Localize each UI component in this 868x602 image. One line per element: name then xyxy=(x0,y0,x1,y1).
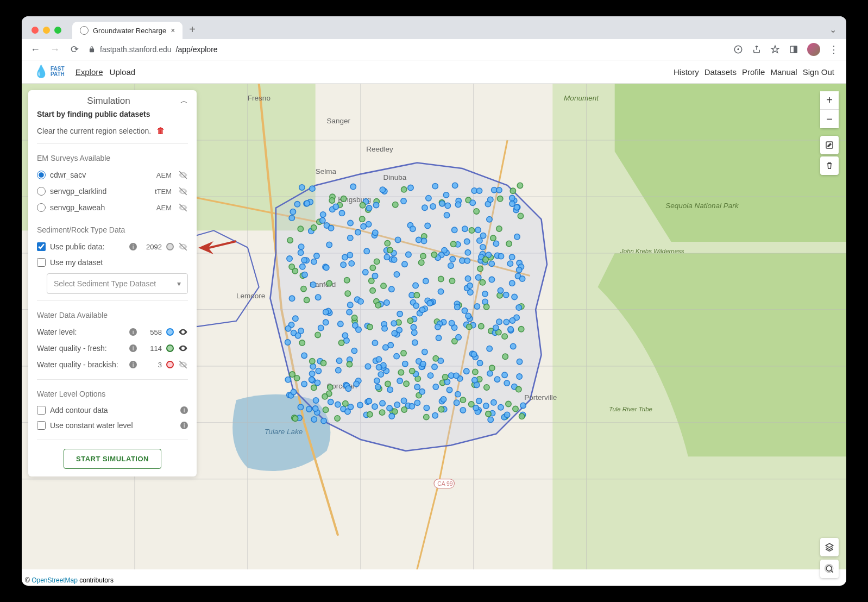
use-constant-label[interactable]: Use constant water level xyxy=(50,421,176,430)
profile-avatar[interactable] xyxy=(807,43,820,56)
add-contour-checkbox[interactable] xyxy=(37,406,46,415)
maximize-window-icon[interactable] xyxy=(54,27,61,34)
info-icon[interactable]: i xyxy=(180,406,188,414)
back-button[interactable]: ← xyxy=(29,44,41,55)
address-bar[interactable]: fastpath.stanford.edu/app/explore xyxy=(88,45,726,54)
svg-point-25 xyxy=(426,195,431,200)
survey-label[interactable]: senvgp_clarklind xyxy=(50,187,150,196)
use-my-row: Use my dataset xyxy=(37,255,188,270)
visibility-off-icon[interactable] xyxy=(178,186,188,196)
add-contour-label[interactable]: Add contour data xyxy=(50,406,176,415)
nav-datasets[interactable]: Datasets xyxy=(705,67,737,77)
reload-button[interactable]: ⟳ xyxy=(68,43,80,55)
survey-radio-senvgp-kaweah[interactable] xyxy=(37,203,46,212)
info-icon[interactable]: i xyxy=(129,243,137,250)
visibility-on-icon[interactable] xyxy=(178,343,188,353)
info-icon[interactable]: i xyxy=(129,361,137,368)
edit-region-button[interactable] xyxy=(820,136,839,154)
svg-point-336 xyxy=(333,204,338,209)
sediment-dataset-select[interactable]: Select Sediment Type Dataset ▾ xyxy=(47,273,188,294)
svg-point-175 xyxy=(394,353,399,359)
bookmark-icon[interactable] xyxy=(770,45,780,54)
tabs-chevron-icon[interactable]: ⌄ xyxy=(829,24,836,35)
svg-point-421 xyxy=(467,283,473,289)
svg-point-469 xyxy=(292,416,298,421)
delete-region-button[interactable] xyxy=(820,156,839,175)
svg-point-259 xyxy=(464,368,469,374)
nav-history[interactable]: History xyxy=(674,67,699,77)
svg-point-209 xyxy=(516,305,521,310)
water-title: Water Data Available xyxy=(37,311,188,319)
menu-icon[interactable]: ⋮ xyxy=(829,43,839,55)
survey-radio-cdwr-sacv[interactable] xyxy=(37,171,46,179)
svg-point-172 xyxy=(446,387,452,392)
svg-point-242 xyxy=(395,237,400,242)
info-icon[interactable]: i xyxy=(129,344,137,352)
new-tab-button[interactable]: + xyxy=(189,23,196,36)
svg-point-270 xyxy=(517,183,523,188)
osm-link[interactable]: OpenStreetMap xyxy=(32,576,78,584)
svg-point-379 xyxy=(383,344,388,350)
svg-point-193 xyxy=(328,225,334,231)
start-simulation-button[interactable]: START SIMULATION xyxy=(64,449,161,469)
collapse-panel-icon[interactable]: ︿ xyxy=(180,96,188,106)
svg-point-97 xyxy=(519,276,525,281)
use-my-label[interactable]: Use my dataset xyxy=(50,258,188,267)
svg-point-455 xyxy=(345,386,351,391)
nav-upload[interactable]: Upload xyxy=(110,67,136,77)
svg-point-212 xyxy=(363,269,368,275)
survey-label[interactable]: senvgp_kaweah xyxy=(50,203,152,212)
close-window-icon[interactable] xyxy=(32,27,39,34)
share-icon[interactable] xyxy=(752,45,762,54)
zoom-in-button[interactable]: + xyxy=(820,91,839,110)
visibility-off-icon[interactable] xyxy=(178,242,188,252)
nav-manual[interactable]: Manual xyxy=(770,67,797,77)
survey-label[interactable]: cdwr_sacv xyxy=(50,171,152,179)
install-icon[interactable] xyxy=(733,45,743,54)
svg-point-308 xyxy=(435,324,441,330)
svg-point-343 xyxy=(455,304,460,310)
visibility-off-icon[interactable] xyxy=(178,170,188,180)
survey-radio-senvgp-clarklind[interactable] xyxy=(37,187,46,196)
app-logo[interactable]: 💧 FASTPATH xyxy=(34,65,65,79)
use-public-label[interactable]: Use public data: xyxy=(50,242,125,251)
svg-point-452 xyxy=(306,406,312,412)
visibility-on-icon[interactable] xyxy=(178,327,188,337)
svg-point-319 xyxy=(344,278,350,283)
svg-point-323 xyxy=(345,291,350,296)
nav-signout[interactable]: Sign Out xyxy=(803,67,834,77)
svg-point-255 xyxy=(427,373,433,378)
url-path: /app/explore xyxy=(176,45,218,54)
trash-icon[interactable]: 🗑 xyxy=(156,126,165,136)
water-level-count: 558 xyxy=(141,328,162,336)
svg-text:Sequoia National Park: Sequoia National Park xyxy=(665,202,739,210)
browser-tab[interactable]: Groundwater Recharge × xyxy=(72,22,183,39)
close-tab-icon[interactable]: × xyxy=(171,26,175,35)
svg-point-236 xyxy=(381,283,386,289)
minimize-window-icon[interactable] xyxy=(43,27,50,34)
use-public-checkbox[interactable] xyxy=(37,242,46,251)
svg-point-89 xyxy=(465,276,470,281)
nav-profile[interactable]: Profile xyxy=(742,67,765,77)
info-icon[interactable]: i xyxy=(129,328,137,336)
visibility-off-icon[interactable] xyxy=(178,203,188,212)
em-surveys-title: EM Surveys Available xyxy=(37,154,188,162)
nav-explore[interactable]: Explore xyxy=(76,67,103,77)
use-my-checkbox[interactable] xyxy=(37,258,46,267)
svg-point-297 xyxy=(367,324,373,330)
layers-button[interactable] xyxy=(820,538,839,556)
extensions-icon[interactable] xyxy=(789,45,798,54)
search-map-button[interactable] xyxy=(820,560,839,578)
forward-button[interactable]: → xyxy=(49,44,61,55)
info-icon[interactable]: i xyxy=(180,422,188,429)
svg-point-419 xyxy=(496,187,502,193)
simulation-panel: Simulation ︿ Start by finding public dat… xyxy=(28,90,197,476)
svg-point-211 xyxy=(322,394,328,399)
use-constant-checkbox[interactable] xyxy=(37,421,46,430)
survey-type: AEM xyxy=(156,204,172,212)
zoom-out-button[interactable]: − xyxy=(820,110,839,128)
svg-point-472 xyxy=(462,308,467,313)
visibility-off-icon[interactable] xyxy=(178,360,188,369)
svg-point-413 xyxy=(413,283,418,288)
svg-point-35 xyxy=(365,363,370,369)
